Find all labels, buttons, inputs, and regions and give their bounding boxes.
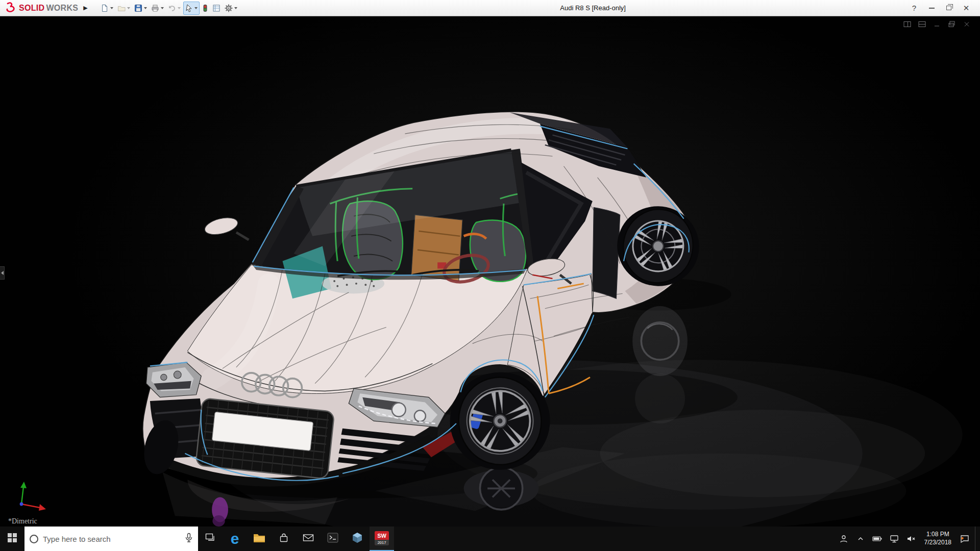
task-view-icon <box>205 533 215 544</box>
doc-split-button[interactable] <box>917 20 927 28</box>
rebuild-trafficlight-icon <box>202 4 208 12</box>
file-explorer-button[interactable] <box>247 527 272 551</box>
graphics-area[interactable]: *Dimetric <box>0 16 980 527</box>
doc-close-button[interactable] <box>962 20 972 28</box>
brand-works-text: WORKS <box>46 4 78 13</box>
taskbar: e SW 2017 <box>0 527 980 551</box>
select-cursor-icon <box>185 4 193 12</box>
open-button[interactable] <box>116 2 132 15</box>
mail-envelope-icon <box>303 533 314 544</box>
minimize-icon <box>929 8 935 9</box>
mail-button[interactable] <box>296 527 321 551</box>
document-window-controls <box>902 20 972 28</box>
chevron-left-icon <box>1 271 4 275</box>
save-button[interactable] <box>133 2 149 15</box>
options-button[interactable] <box>223 2 239 15</box>
system-tray: 1:08 PM 7/23/2018 <box>837 527 980 551</box>
battery-icon[interactable] <box>871 529 884 549</box>
menu-expand-arrow[interactable]: ▶ <box>81 5 91 11</box>
gear-icon <box>225 4 233 12</box>
reference-triad <box>13 479 50 513</box>
rebuild-button[interactable] <box>201 2 210 15</box>
file-properties-button[interactable] <box>211 2 222 15</box>
sw-tile-year: 2017 <box>375 540 389 545</box>
select-tool-button[interactable] <box>183 2 200 15</box>
solidworks-app-button[interactable]: SW 2017 <box>370 527 394 551</box>
edrawings-button[interactable] <box>345 527 370 551</box>
show-desktop-button[interactable] <box>975 527 978 551</box>
close-button[interactable]: ✕ <box>959 2 974 15</box>
quick-toolbar <box>92 2 239 15</box>
taskbar-search[interactable] <box>24 527 198 551</box>
console-icon <box>327 533 338 545</box>
edrawings-cube-icon <box>352 532 363 545</box>
clock-date: 7/23/2018 <box>924 539 951 547</box>
brand-solid-text: SOLID <box>19 4 44 13</box>
titlebar: SOLIDWORKS ▶ <box>0 0 980 16</box>
store-bag-icon <box>279 533 289 545</box>
edge-button[interactable]: e <box>223 527 247 551</box>
side-mirror-left <box>203 215 249 240</box>
desktop: { "titlebar": { "brand": { "solid": "SOL… <box>0 0 980 551</box>
doc-minimize-button[interactable] <box>932 20 942 28</box>
task-view-button[interactable] <box>198 527 223 551</box>
people-button[interactable] <box>837 529 850 549</box>
doc-pane-button[interactable] <box>902 20 913 28</box>
model-canvas[interactable] <box>0 16 980 527</box>
search-input[interactable] <box>43 535 180 543</box>
window-controls: ? ✕ <box>906 2 980 15</box>
feature-panel-flyout-tab[interactable] <box>0 266 5 280</box>
dassault-swoosh-icon <box>5 2 17 15</box>
tray-clock[interactable]: 1:08 PM 7/23/2018 <box>921 531 954 546</box>
microphone-icon[interactable] <box>185 533 193 545</box>
file-properties-icon <box>212 4 220 12</box>
console-button[interactable] <box>321 527 345 551</box>
restore-icon <box>946 6 951 10</box>
solidworks-logo: SOLIDWORKS <box>0 2 81 15</box>
doc-restore-button[interactable] <box>947 20 957 28</box>
minimize-button[interactable] <box>924 2 939 15</box>
view-orientation-label: *Dimetric <box>8 517 37 525</box>
cortana-icon <box>30 535 38 543</box>
new-document-icon <box>101 4 109 12</box>
action-center-button[interactable] <box>958 529 971 549</box>
file-explorer-icon <box>253 533 265 545</box>
hidden-icons-chevron[interactable] <box>854 529 867 549</box>
volume-muted-icon[interactable] <box>904 529 918 549</box>
sw-tile-text: SW <box>375 531 389 540</box>
window-title: Audi R8 S [Read-only] <box>560 4 626 12</box>
open-folder-icon <box>117 4 126 12</box>
start-button[interactable] <box>0 527 24 551</box>
restore-button[interactable] <box>941 2 957 15</box>
print-button[interactable] <box>150 2 165 15</box>
undo-button[interactable] <box>166 2 182 15</box>
undo-arrow-icon <box>168 4 176 12</box>
network-icon[interactable] <box>888 529 901 549</box>
clock-time: 1:08 PM <box>924 531 951 539</box>
new-document-button[interactable] <box>99 2 115 15</box>
solidworks-app-icon: SW 2017 <box>375 531 389 545</box>
save-floppy-icon <box>134 4 142 12</box>
edge-icon: e <box>231 531 239 546</box>
store-button[interactable] <box>272 527 296 551</box>
help-button[interactable]: ? <box>906 2 922 15</box>
printer-icon <box>151 4 159 12</box>
windows-logo-icon <box>8 533 17 544</box>
